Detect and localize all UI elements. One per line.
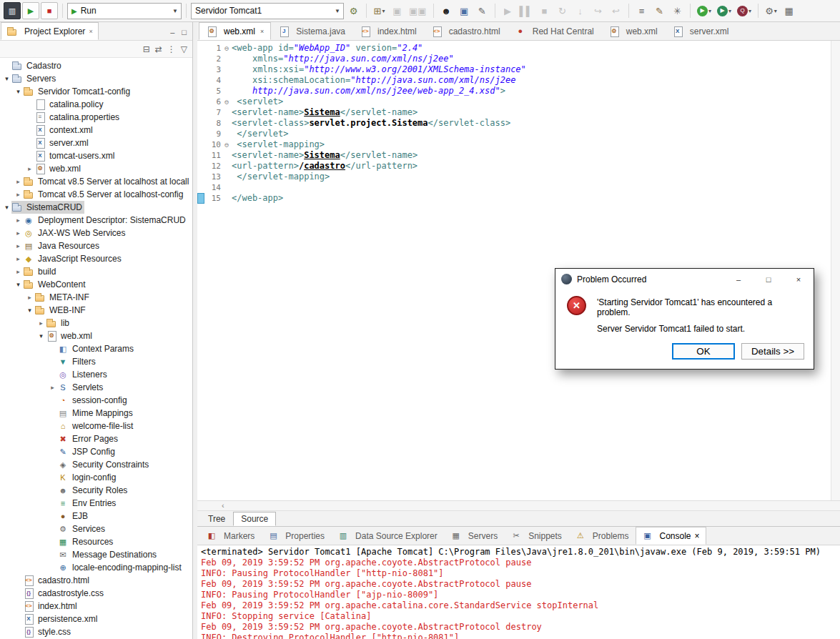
view-pulldown-icon[interactable]: ▽ [181,44,187,54]
tree-item-servers[interactable]: ▾Servers [0,72,192,85]
expand-arrow[interactable]: ▾ [2,204,11,211]
tree-item-security-roles[interactable]: ☻Security Roles [0,484,192,497]
step-into-button[interactable]: ↓ [572,2,588,19]
new-wizard-button[interactable]: ⊞▾ [371,2,387,19]
expand-arrow[interactable]: ▸ [14,255,23,262]
tree-item-web-xml[interactable]: ▸⚙web.xml [0,162,192,175]
view-menu-icon[interactable]: ⋮ [167,44,176,54]
view-tab-data-source-explorer[interactable]: ▥Data Source Explorer [331,527,444,545]
tree-item-index-html[interactable]: <>index.html [0,600,192,613]
expand-arrow[interactable]: ▸ [36,320,46,327]
relaunch-button[interactable]: ↻ [554,2,570,19]
tree-item-style-css[interactable]: {}style.css [0,625,192,638]
tree-item-server-xml[interactable]: Xserver.xml [0,137,192,149]
tree-item-webcontent[interactable]: ▾WebContent [0,278,192,291]
expand-arrow[interactable]: ▸ [14,217,23,224]
fold-marker[interactable]: ⊖ [222,96,232,107]
open-console-button[interactable]: ▣ [456,2,473,19]
close-view-icon[interactable]: × [89,28,92,35]
pin-editor-button[interactable]: ✳ [669,2,686,19]
tree-item-tomcat-v8-5-server-at-localhost-at-locall[interactable]: ▸Tomcat v8.5 Server at localhost at loca… [0,175,192,188]
expand-arrow[interactable]: ▾ [25,307,34,314]
start-server-button[interactable]: ▶ [22,2,39,19]
collapse-all-icon[interactable]: ⊟ [143,44,150,54]
view-tab-servers[interactable]: ▦Servers [444,527,504,545]
expand-arrow[interactable]: ▸ [14,178,23,185]
close-tab-icon[interactable]: × [260,28,264,35]
run-last-button[interactable]: ▶▾ [695,2,713,19]
tree-item-message-destinations[interactable]: ✉Message Destinations [0,548,192,561]
external-tools-button[interactable]: ✎ [474,2,490,19]
console-view[interactable]: <terminated> Servidor Tomcat1 [Apache To… [197,545,840,639]
expand-arrow[interactable]: ▾ [2,75,11,82]
expand-arrow[interactable]: ▸ [14,191,23,198]
fold-marker[interactable]: ⊖ [222,139,232,150]
tree-item-session-config[interactable]: ◔session-config [0,394,192,407]
tree-item-javascript-resources[interactable]: ▸◆JavaScript Resources [0,252,192,265]
scroll-left-icon[interactable]: ‹ [222,502,224,510]
tree-item-context-xml[interactable]: Xcontext.xml [0,124,192,137]
editor-tab-server-xml[interactable]: Xserver.xml [665,22,736,40]
details-button[interactable]: Details >> [741,343,804,360]
tree-item-env-entries[interactable]: ≡Env Entries [0,497,192,510]
tree-item-context-params[interactable]: ◧Context Params [0,342,192,355]
view-tab-markers[interactable]: ◧Markers [199,527,261,545]
close-tab-icon[interactable]: × [695,531,700,541]
expand-arrow[interactable]: ▸ [25,165,34,172]
tree-item-resources[interactable]: ▦Resources [0,535,192,548]
close-icon[interactable]: × [784,269,814,289]
tree-item-java-resources[interactable]: ▸▤Java Resources [0,239,192,252]
expand-arrow[interactable]: ▸ [14,242,23,249]
expand-arrow[interactable]: ▸ [48,384,57,391]
minimize-icon[interactable]: – [723,269,753,289]
view-tab-problems[interactable]: ⚠Problems [568,527,636,545]
tree-item-cadastrostyle-css[interactable]: {}cadastrostyle.css [0,587,192,600]
editor-horizontal-scrollbar[interactable]: ‹ [197,500,840,510]
view-tab-snippets[interactable]: ✂Snippets [504,527,568,545]
tree-item-filters[interactable]: ▼Filters [0,355,192,368]
expand-arrow[interactable]: ▾ [14,281,23,288]
tree-item-jsp-config[interactable]: ✎JSP Config [0,445,192,458]
tree-item-catalina-properties[interactable]: ≡catalina.properties [0,111,192,124]
suspend-button[interactable]: ▌▌ [518,2,535,19]
tree-item-sistemacrud[interactable]: ▾SistemaCRUD [0,201,192,214]
project-tree[interactable]: Cadastro▾Servers▾Servidor Tomcat1-config… [0,58,192,639]
server-combo[interactable]: Servidor Tomcat1▼ [191,3,344,19]
tree-item-build[interactable]: ▸build [0,265,192,278]
last-edit-location-button[interactable]: ✎ [651,2,668,19]
view-tab-tree[interactable]: Tree [200,512,233,526]
next-annotation-button[interactable]: ≡ [633,2,650,19]
editor-tab-cadastro-html[interactable]: <>cadastro.html [424,22,508,40]
project-explorer-tab[interactable]: Project Explorer × [1,22,99,40]
tree-item-lib[interactable]: ▸lib [0,317,192,330]
tree-item-deployment-descriptor-sistemacrud[interactable]: ▸◉Deployment Descriptor: SistemaCRUD [0,214,192,227]
tree-item-tomcat-v8-5-server-at-localhost-config[interactable]: ▸Tomcat v8.5 Server at localhost-config [0,188,192,201]
tree-item-ejb[interactable]: ●EJB [0,510,192,522]
tree-item-persistence-xml[interactable]: Xpersistence.xml [0,613,192,625]
maximize-view-icon[interactable]: □ [182,28,187,36]
tree-item-jax-ws-web-services[interactable]: ▸◎JAX-WS Web Services [0,227,192,239]
tree-item-servidor-tomcat1-config[interactable]: ▾Servidor Tomcat1-config [0,85,192,98]
tree-item-mime-mappings[interactable]: ▤Mime Mappings [0,407,192,420]
resume-button[interactable]: ▶ [500,2,516,19]
tree-item-security-constraints[interactable]: ◈Security Constraints [0,458,192,471]
workspace-settings-button[interactable]: ⚙▾ [763,2,779,19]
editor-tab-web-xml[interactable]: ⚙web.xml× [199,22,271,40]
server-tools-button[interactable]: ⚙ [345,2,362,19]
tree-item-error-pages[interactable]: ✖Error Pages [0,432,192,445]
tree-item-services[interactable]: ⚙Services [0,522,192,535]
tree-item-web-xml[interactable]: ▾⚙web.xml [0,330,192,342]
step-over-button[interactable]: ↪ [590,2,606,19]
tree-item-meta-inf[interactable]: ▸META-INF [0,291,192,304]
expand-arrow[interactable]: ▸ [14,229,23,237]
editor-vertical-scrollbar[interactable] [831,41,840,500]
user-account-button[interactable]: ☻ [438,2,455,19]
profile-button[interactable]: Q▾ [735,2,753,19]
editor-tab-web-xml[interactable]: ⚙web.xml [601,22,665,40]
terminate-button[interactable]: ■ [536,2,553,19]
tree-item-listeners[interactable]: ◎Listeners [0,368,192,381]
tree-item-catalina-policy[interactable]: catalina.policy [0,98,192,111]
tree-item-servlets[interactable]: ▸SServlets [0,381,192,394]
debug-server-button[interactable]: ▥ [4,2,21,19]
step-return-button[interactable]: ↩ [608,2,624,19]
